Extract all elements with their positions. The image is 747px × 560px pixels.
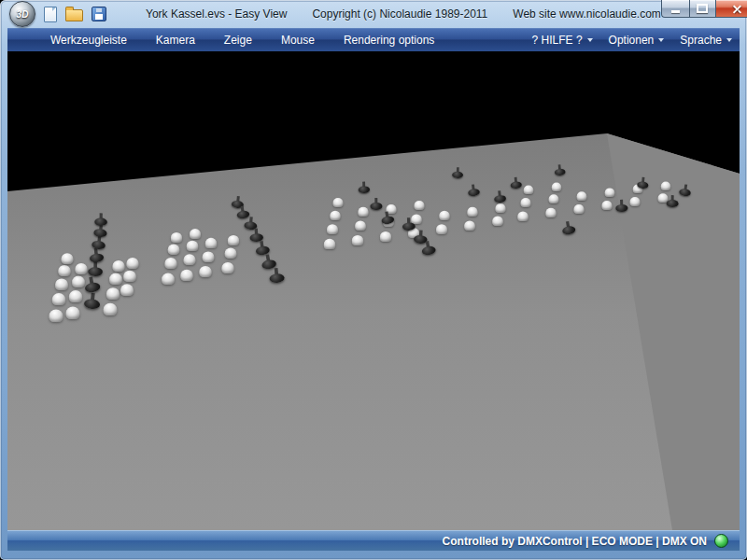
light-fixture-white[interactable] — [521, 198, 531, 207]
light-fixture-white[interactable] — [180, 270, 192, 281]
light-fixture-white[interactable] — [358, 207, 368, 217]
light-fixture-white[interactable] — [352, 235, 363, 245]
close-button[interactable] — [716, 0, 747, 18]
menu-werkzeugleiste[interactable]: Werkzeugleiste — [50, 34, 127, 47]
light-fixture-white[interactable] — [69, 290, 82, 302]
menu-hilfe-label: ? HILFE ? — [532, 34, 583, 47]
light-fixture-white[interactable] — [333, 198, 344, 207]
light-fixture-white[interactable] — [55, 279, 68, 291]
light-fixture-white[interactable] — [168, 245, 180, 255]
light-fixture-black[interactable] — [83, 275, 101, 293]
light-fixture-white[interactable] — [228, 235, 239, 245]
title-bar[interactable]: 3D York Kassel.evs - Easy View Copyright… — [0, 0, 747, 28]
light-fixture-white[interactable] — [75, 263, 87, 274]
light-fixture-black[interactable] — [667, 195, 679, 207]
light-fixture-white[interactable] — [630, 197, 641, 206]
light-fixture-white[interactable] — [205, 238, 217, 248]
light-fixture-black[interactable] — [84, 292, 102, 310]
light-fixture-white[interactable] — [187, 241, 198, 251]
menu-mouse[interactable]: Mouse — [281, 34, 315, 47]
light-fixture-white[interactable] — [109, 273, 122, 285]
light-fixture-black[interactable] — [249, 228, 263, 242]
save-file-icon[interactable] — [92, 7, 106, 21]
light-fixture-black[interactable] — [452, 167, 463, 178]
light-fixture-white[interactable] — [436, 224, 447, 234]
light-fixture-white[interactable] — [577, 191, 587, 201]
menu-hilfe[interactable]: ? HILFE ? — [532, 34, 593, 47]
app-window: 3D York Kassel.evs - Easy View Copyright… — [0, 0, 747, 560]
light-fixture-white[interactable] — [162, 273, 175, 285]
light-fixture-white[interactable] — [106, 287, 120, 300]
light-fixture-white[interactable] — [661, 182, 670, 190]
light-fixture-black[interactable] — [467, 184, 480, 197]
menu-optionen[interactable]: Optionen — [609, 34, 665, 47]
maximize-button[interactable] — [689, 0, 716, 18]
light-fixture-black[interactable] — [679, 184, 692, 197]
light-fixture-white[interactable] — [552, 183, 561, 191]
menu-kamera[interactable]: Kamera — [156, 34, 195, 47]
light-fixture-white[interactable] — [112, 260, 124, 272]
light-fixture-black[interactable] — [637, 176, 649, 189]
fixture-layer — [7, 51, 740, 530]
menu-zeige[interactable]: Zeige — [224, 34, 252, 47]
light-fixture-white[interactable] — [199, 266, 211, 277]
light-fixture-white[interactable] — [49, 310, 63, 323]
light-fixture-black[interactable] — [402, 217, 416, 231]
light-fixture-white[interactable] — [573, 204, 584, 214]
menu-rendering-options[interactable]: Rendering options — [344, 34, 434, 47]
light-fixture-black[interactable] — [380, 211, 394, 225]
light-fixture-black[interactable] — [370, 198, 382, 210]
light-fixture-white[interactable] — [439, 211, 449, 220]
light-fixture-white[interactable] — [58, 265, 70, 276]
light-fixture-white[interactable] — [355, 220, 366, 231]
light-fixture-white[interactable] — [415, 201, 425, 210]
menu-sprache[interactable]: Sprache — [680, 34, 732, 47]
chevron-down-icon — [658, 38, 664, 42]
light-fixture-white[interactable] — [52, 293, 65, 305]
light-fixture-white[interactable] — [524, 186, 533, 195]
3d-viewport[interactable] — [7, 51, 740, 530]
light-fixture-white[interactable] — [330, 211, 340, 220]
light-fixture-white[interactable] — [464, 220, 475, 231]
light-fixture-black[interactable] — [89, 247, 105, 263]
light-fixture-white[interactable] — [126, 258, 138, 269]
light-fixture-white[interactable] — [225, 248, 237, 259]
light-fixture-white[interactable] — [120, 284, 134, 296]
light-fixture-white[interactable] — [62, 253, 74, 264]
light-fixture-white[interactable] — [66, 307, 80, 319]
light-fixture-white[interactable] — [104, 303, 118, 315]
light-fixture-black[interactable] — [554, 164, 566, 176]
light-fixture-white[interactable] — [324, 239, 335, 249]
light-fixture-black[interactable] — [615, 200, 628, 213]
light-fixture-white[interactable] — [549, 194, 559, 203]
open-file-icon[interactable] — [65, 9, 83, 21]
app-logo-3d-icon[interactable]: 3D — [9, 1, 35, 27]
light-fixture-white[interactable] — [221, 262, 233, 273]
light-fixture-white[interactable] — [495, 203, 505, 213]
light-fixture-black[interactable] — [269, 267, 285, 283]
light-fixture-black[interactable] — [88, 261, 103, 276]
light-fixture-black[interactable] — [493, 190, 506, 203]
light-fixture-white[interactable] — [517, 212, 528, 221]
light-fixture-white[interactable] — [602, 201, 613, 210]
light-fixture-white[interactable] — [467, 207, 477, 217]
light-fixture-white[interactable] — [184, 254, 196, 265]
light-fixture-white[interactable] — [203, 251, 215, 262]
minimize-button[interactable] — [661, 0, 689, 18]
light-fixture-black[interactable] — [420, 240, 436, 256]
light-fixture-white[interactable] — [190, 229, 201, 239]
light-fixture-white[interactable] — [492, 217, 503, 227]
light-fixture-black[interactable] — [561, 220, 576, 235]
light-fixture-white[interactable] — [123, 271, 136, 282]
new-file-icon[interactable] — [44, 7, 57, 22]
light-fixture-white[interactable] — [545, 208, 556, 217]
light-fixture-white[interactable] — [380, 231, 391, 242]
light-fixture-white[interactable] — [164, 258, 176, 269]
light-fixture-black[interactable] — [510, 177, 522, 189]
light-fixture-white[interactable] — [327, 224, 338, 234]
light-fixture-black[interactable] — [358, 181, 370, 193]
light-fixture-white[interactable] — [605, 188, 615, 197]
light-fixture-white[interactable] — [171, 232, 182, 243]
chevron-down-icon — [587, 38, 593, 42]
light-fixture-black[interactable] — [94, 213, 107, 226]
